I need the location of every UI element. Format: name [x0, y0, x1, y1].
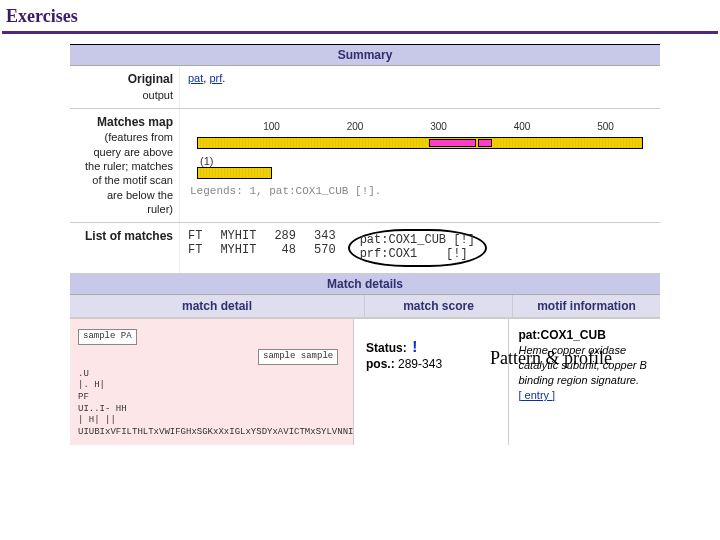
col-name: MYHIT MYHIT	[220, 229, 256, 267]
legend-one: (1)	[200, 155, 213, 167]
summary-heading: Summary	[70, 45, 660, 66]
col-match-score: match score	[365, 295, 513, 317]
entry-link[interactable]: [ entry ]	[519, 389, 556, 401]
seq-line: .U	[78, 369, 345, 381]
seq-line: UI..I- HH	[78, 404, 345, 416]
suffix-dot: .	[222, 72, 225, 84]
alignment-lines: .U |. H| PF UI..I- HH | H| || UIUBIxVFIL…	[78, 369, 345, 439]
row-body-original-output: pat, prf.	[180, 66, 660, 108]
match-details-columns: match detail match score motif informati…	[70, 295, 660, 318]
tick-400: 400	[514, 121, 531, 132]
status-mark-icon: !	[410, 339, 420, 357]
tick-500: 500	[597, 121, 614, 132]
page-title: Exercises	[0, 0, 720, 31]
match-detail-alignment: sample PA sample sample .U |. H| PF UI..…	[70, 319, 354, 445]
row-body-matches-map: 100 200 300 400 500 (1) Legends: 1, pat:…	[180, 109, 660, 222]
label-rest: output	[142, 89, 173, 101]
col-motif-circled: pat:COX1_CUB [!] prf:COX1 [!]	[348, 229, 487, 267]
seq-line: |. H|	[78, 380, 345, 392]
link-prf[interactable]: prf	[209, 72, 222, 84]
label-rest: (features from query are above the ruler…	[85, 131, 173, 214]
pos-value: 289-343	[398, 357, 442, 371]
pos-label: pos.:	[366, 357, 395, 371]
header-rule	[2, 31, 718, 34]
match-detail-body: sample PA sample sample .U |. H| PF UI..…	[70, 318, 660, 445]
row-label-list-of-matches: List of matches	[70, 223, 180, 273]
link-pat[interactable]: pat	[188, 72, 203, 84]
matches-map-graphic: 100 200 300 400 500 (1) Legends: 1, pat:…	[188, 115, 652, 205]
seq-line: | H| ||	[78, 415, 345, 427]
tick-100: 100	[263, 121, 280, 132]
motif-info-cell: pat:COX1_CUB Heme-copper oxidase catalyt…	[509, 319, 661, 445]
seq-line: PF	[78, 392, 345, 404]
motif-id: pat:COX1_CUB	[519, 327, 653, 343]
tick-300: 300	[430, 121, 447, 132]
seq-line: UIUBIxVFILTHLTxVWIFGHxSGKxXxIGLxYSDYxAVI…	[78, 427, 345, 439]
feature-segment	[478, 139, 492, 147]
legend-text: Legends: 1, pat:COX1_CUB [!].	[190, 185, 381, 197]
row-matches-map: Matches map (features from query are abo…	[70, 109, 660, 223]
label-bold: Original	[128, 72, 173, 86]
row-list-of-matches: List of matches FT FT MYHIT MYHIT 289 48…	[70, 223, 660, 274]
col-motif-info: motif information	[513, 295, 660, 317]
results-panel: Summary Original output pat, prf. Matche…	[70, 44, 660, 445]
row-label-original-output: Original output	[70, 66, 180, 108]
match-details-heading: Match details	[70, 274, 660, 295]
col-end: 343 570	[314, 229, 336, 267]
match-track	[197, 167, 271, 179]
label-bold: Matches map	[97, 115, 173, 129]
tick-200: 200	[347, 121, 364, 132]
row-body-list-of-matches: FT FT MYHIT MYHIT 289 48 343 570 pat:COX…	[180, 223, 660, 273]
matches-table: FT FT MYHIT MYHIT 289 48 343 570 pat:COX…	[188, 229, 652, 267]
col-ft: FT FT	[188, 229, 202, 267]
alignment-box-1: sample PA	[78, 329, 137, 345]
alignment-box-2: sample sample	[258, 349, 338, 365]
row-original-output: Original output pat, prf.	[70, 66, 660, 109]
query-track	[197, 137, 642, 149]
match-score-cell: Status: ! pos.: 289-343	[354, 319, 509, 445]
status-label: Status:	[366, 341, 407, 355]
col-start: 289 48	[274, 229, 296, 267]
feature-segment	[429, 139, 475, 147]
label-bold: List of matches	[85, 229, 173, 243]
col-match-detail: match detail	[70, 295, 365, 317]
row-label-matches-map: Matches map (features from query are abo…	[70, 109, 180, 222]
annotation-pattern-profile: Pattern & profile	[490, 348, 612, 369]
